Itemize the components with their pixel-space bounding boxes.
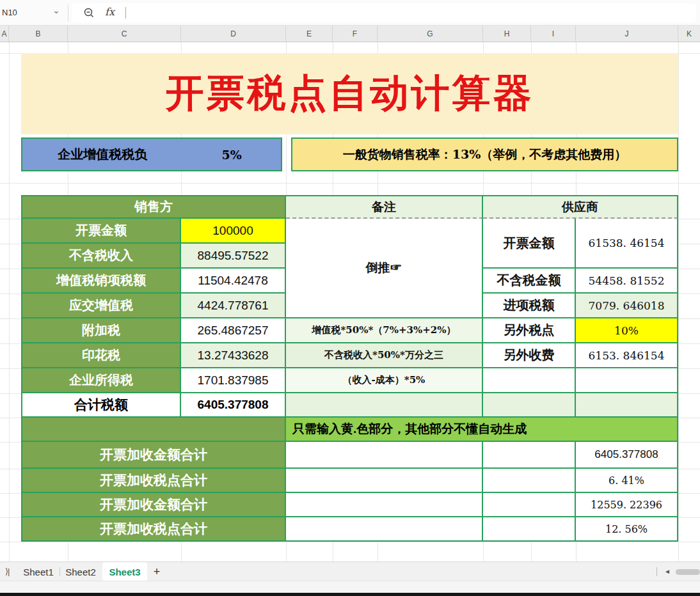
empty-cell[interactable] [483, 493, 576, 517]
empty-cell[interactable] [286, 469, 483, 493]
seller-label-cell[interactable]: 开票金额 [21, 219, 181, 244]
vat-burden-cell[interactable]: 企业增值税税负 5% [21, 137, 282, 171]
formula-toolbar: N10 ⌄ fx [0, 0, 700, 26]
summary-label-cell[interactable]: 开票加收税点合计 [21, 517, 286, 542]
summary-value-cell[interactable]: 6405.377808 [576, 442, 678, 469]
empty-cell[interactable] [483, 469, 576, 493]
empty-cell[interactable] [286, 393, 483, 418]
page-title: 开票税点自动计算器 [166, 68, 534, 120]
empty-cell[interactable] [483, 442, 576, 469]
empty-cell[interactable] [483, 368, 576, 393]
name-box[interactable]: N10 [2, 0, 17, 25]
seller-value-cell[interactable]: 88495.57522 [181, 244, 286, 269]
instruction-banner-cell[interactable]: 只需输入黄.色部分，其他部分不懂自动生成 [286, 418, 678, 442]
supplier-header-cell[interactable]: 供应商 [483, 195, 678, 219]
summary-value-cell[interactable]: 12. 56% [576, 517, 678, 542]
banner-left-cell[interactable] [21, 418, 286, 442]
column-header-b[interactable]: B [9, 26, 68, 42]
seller-value-cell[interactable]: 1701.837985 [181, 368, 286, 393]
formula-caret [125, 7, 126, 19]
column-header-g[interactable]: G [378, 26, 483, 42]
spreadsheet-app: N10 ⌄ fx A B C D E F G H I J K [0, 0, 700, 596]
column-header-a[interactable]: A [0, 26, 9, 42]
column-header-k[interactable]: K [678, 26, 700, 42]
bottom-bar [0, 593, 700, 596]
invoice-amount-input-cell[interactable]: 100000 [181, 219, 286, 244]
empty-cell[interactable] [483, 393, 576, 418]
tab-divider [656, 567, 657, 576]
calculator-table: 销售方 备注 供应商 开票金额 不含税收入 增值税销项税额 应交增值税 附加税 … [21, 195, 680, 543]
summary-label-cell[interactable]: 开票加收金额合计 [21, 442, 286, 469]
column-header-e[interactable]: E [286, 26, 333, 42]
toolbar-divider [68, 4, 68, 21]
fx-icon[interactable]: fx [105, 6, 115, 18]
seller-label-cell[interactable]: 应交增值税 [21, 294, 181, 318]
status-strip [0, 581, 700, 593]
chevron-down-icon[interactable]: ⌄ [52, 5, 60, 15]
supplier-value-cell[interactable]: 6153. 846154 [576, 343, 678, 368]
supplier-value-cell[interactable]: 7079. 646018 [576, 294, 678, 318]
supplier-label-cell[interactable]: 不含税金额 [483, 269, 576, 294]
column-header-h[interactable]: H [483, 26, 531, 42]
remark-header-cell[interactable]: 备注 [286, 195, 483, 219]
extra-tax-point-input-cell[interactable]: 10% [576, 318, 678, 343]
add-sheet-button[interactable]: + [150, 563, 164, 580]
tab-sheet1[interactable]: Sheet1 [18, 562, 59, 581]
seller-value-cell[interactable]: 4424.778761 [181, 294, 286, 318]
supplier-label-cell[interactable]: 另外收费 [483, 343, 576, 368]
vat-burden-value: 5% [182, 148, 281, 162]
supplier-label-cell[interactable]: 开票金额 [483, 219, 576, 269]
title-cell[interactable]: 开票税点自动计算器 [21, 53, 678, 134]
empty-cell[interactable] [576, 393, 678, 418]
seller-value-cell[interactable]: 265.4867257 [181, 318, 286, 343]
tab-sheet2[interactable]: Sheet2 [60, 562, 101, 581]
summary-label-cell[interactable]: 开票加收金额合计 [21, 493, 286, 517]
seller-label-cell[interactable]: 印花税 [21, 343, 181, 368]
summary-value-cell[interactable]: 12559. 22396 [576, 493, 678, 517]
gridline [9, 42, 10, 561]
gridline [0, 183, 700, 184]
column-header-c[interactable]: C [68, 26, 181, 42]
h-scrollbar-thumb[interactable] [676, 569, 700, 575]
column-header-row: A B C D E F G H I J K [0, 26, 700, 42]
scroll-left-icon[interactable]: ◄ [664, 568, 671, 575]
rate-note-text: 一般货物销售税率：13%（举例，不考虑其他费用） [343, 146, 627, 163]
tab-sheet3-active[interactable]: Sheet3 [102, 562, 147, 581]
supplier-value-cell[interactable]: 54458. 81552 [576, 269, 678, 294]
vat-burden-label: 企业增值税税负 [22, 146, 182, 163]
supplier-value-cell[interactable]: 61538. 46154 [576, 219, 678, 269]
summary-value-cell[interactable]: 6. 41% [576, 469, 678, 493]
empty-cell[interactable] [286, 493, 483, 517]
sheet-tab-bar: ⟩| Sheet1 Sheet2 Sheet3 + ◄ [0, 561, 700, 581]
seller-value-cell[interactable]: 11504.42478 [181, 269, 286, 294]
remark-formula-cell[interactable]: 不含税收入*50%*万分之三 [286, 343, 483, 368]
formula-bar[interactable]: fx [72, 3, 696, 22]
column-header-d[interactable]: D [181, 26, 286, 42]
column-header-i[interactable]: I [531, 26, 576, 42]
column-header-f[interactable]: F [333, 26, 378, 42]
remark-merged-cell[interactable]: 倒推☞ [286, 219, 483, 318]
empty-cell[interactable] [286, 517, 483, 542]
supplier-label-cell[interactable]: 另外税点 [483, 318, 576, 343]
empty-cell[interactable] [286, 442, 483, 469]
rate-note-cell[interactable]: 一般货物销售税率：13%（举例，不考虑其他费用） [291, 137, 678, 171]
remark-formula-cell[interactable]: 增值税*50%*（7%+3%+2%） [286, 318, 483, 343]
seller-label-cell[interactable]: 增值税销项税额 [21, 269, 181, 294]
supplier-label-cell[interactable]: 进项税额 [483, 294, 576, 318]
empty-cell[interactable] [576, 368, 678, 393]
seller-label-cell[interactable]: 不含税收入 [21, 244, 181, 269]
total-value-cell[interactable]: 6405.377808 [181, 393, 286, 418]
remark-formula-cell[interactable]: （收入-成本）*5% [286, 368, 483, 393]
summary-label-cell[interactable]: 开票加收税点合计 [21, 469, 286, 493]
seller-label-cell[interactable]: 企业所得税 [21, 368, 181, 393]
seller-value-cell[interactable]: 13.27433628 [181, 343, 286, 368]
seller-header-cell[interactable]: 销售方 [21, 195, 286, 219]
total-label-cell[interactable]: 合计税额 [21, 393, 181, 418]
zoom-out-icon[interactable] [83, 7, 95, 21]
empty-cell[interactable] [483, 517, 576, 542]
seller-label-cell[interactable]: 附加税 [21, 318, 181, 343]
tab-nav-icon[interactable]: ⟩| [5, 567, 9, 576]
column-header-j[interactable]: J [576, 26, 678, 42]
